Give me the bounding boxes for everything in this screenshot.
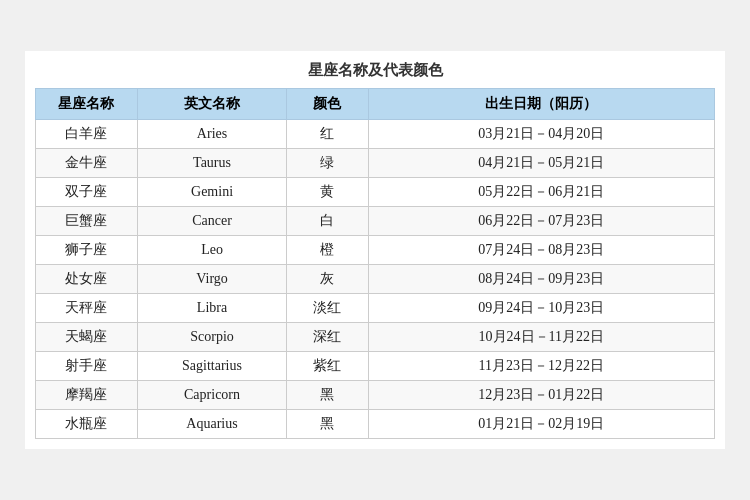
cell-english: Capricorn	[137, 381, 286, 410]
cell-name: 摩羯座	[36, 381, 138, 410]
table-row: 金牛座Taurus绿04月21日－05月21日	[36, 149, 715, 178]
cell-color: 淡红	[287, 294, 368, 323]
cell-date: 03月21日－04月20日	[368, 120, 714, 149]
cell-name: 白羊座	[36, 120, 138, 149]
cell-english: Aquarius	[137, 410, 286, 439]
cell-name: 金牛座	[36, 149, 138, 178]
cell-name: 处女座	[36, 265, 138, 294]
header-color: 颜色	[287, 89, 368, 120]
cell-color: 绿	[287, 149, 368, 178]
cell-name: 狮子座	[36, 236, 138, 265]
cell-name: 巨蟹座	[36, 207, 138, 236]
table-row: 狮子座Leo橙07月24日－08月23日	[36, 236, 715, 265]
cell-name: 射手座	[36, 352, 138, 381]
header-date: 出生日期（阳历）	[368, 89, 714, 120]
cell-name: 水瓶座	[36, 410, 138, 439]
cell-date: 11月23日－12月22日	[368, 352, 714, 381]
table-row: 双子座Gemini黄05月22日－06月21日	[36, 178, 715, 207]
cell-color: 深红	[287, 323, 368, 352]
main-container: 星座名称及代表颜色 星座名称 英文名称 颜色 出生日期（阳历） 白羊座Aries…	[25, 51, 725, 449]
zodiac-table: 星座名称 英文名称 颜色 出生日期（阳历） 白羊座Aries红03月21日－04…	[35, 88, 715, 439]
page-title: 星座名称及代表颜色	[35, 61, 715, 80]
cell-english: Sagittarius	[137, 352, 286, 381]
table-row: 摩羯座Capricorn黑12月23日－01月22日	[36, 381, 715, 410]
cell-date: 09月24日－10月23日	[368, 294, 714, 323]
cell-date: 08月24日－09月23日	[368, 265, 714, 294]
cell-english: Scorpio	[137, 323, 286, 352]
cell-color: 橙	[287, 236, 368, 265]
cell-name: 天秤座	[36, 294, 138, 323]
cell-color: 黑	[287, 381, 368, 410]
cell-date: 01月21日－02月19日	[368, 410, 714, 439]
cell-color: 白	[287, 207, 368, 236]
table-row: 天蝎座Scorpio深红10月24日－11月22日	[36, 323, 715, 352]
table-row: 处女座Virgo灰08月24日－09月23日	[36, 265, 715, 294]
cell-date: 10月24日－11月22日	[368, 323, 714, 352]
header-name: 星座名称	[36, 89, 138, 120]
cell-color: 黄	[287, 178, 368, 207]
cell-english: Aries	[137, 120, 286, 149]
cell-color: 紫红	[287, 352, 368, 381]
cell-color: 灰	[287, 265, 368, 294]
table-row: 射手座Sagittarius紫红11月23日－12月22日	[36, 352, 715, 381]
header-english: 英文名称	[137, 89, 286, 120]
cell-date: 06月22日－07月23日	[368, 207, 714, 236]
cell-date: 07月24日－08月23日	[368, 236, 714, 265]
table-row: 天秤座Libra淡红09月24日－10月23日	[36, 294, 715, 323]
table-row: 巨蟹座Cancer白06月22日－07月23日	[36, 207, 715, 236]
cell-name: 双子座	[36, 178, 138, 207]
cell-date: 12月23日－01月22日	[368, 381, 714, 410]
cell-color: 黑	[287, 410, 368, 439]
cell-english: Virgo	[137, 265, 286, 294]
cell-date: 04月21日－05月21日	[368, 149, 714, 178]
cell-english: Gemini	[137, 178, 286, 207]
cell-date: 05月22日－06月21日	[368, 178, 714, 207]
cell-english: Leo	[137, 236, 286, 265]
cell-english: Libra	[137, 294, 286, 323]
cell-english: Cancer	[137, 207, 286, 236]
cell-english: Taurus	[137, 149, 286, 178]
cell-name: 天蝎座	[36, 323, 138, 352]
table-row: 水瓶座Aquarius黑01月21日－02月19日	[36, 410, 715, 439]
table-row: 白羊座Aries红03月21日－04月20日	[36, 120, 715, 149]
cell-color: 红	[287, 120, 368, 149]
